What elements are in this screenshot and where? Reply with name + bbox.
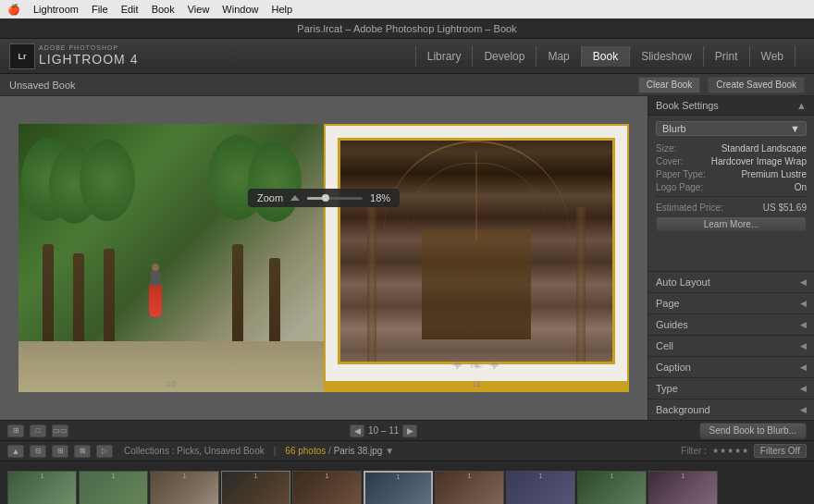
filter-label: Filter : [681,446,707,456]
page-section[interactable]: Page ◀ [648,292,814,313]
tab-book[interactable]: Book [582,46,630,67]
tree-area [18,124,324,392]
slideshow-btn[interactable]: ▷ [96,445,113,458]
panel-collapse-icon[interactable]: ▲ [796,100,807,111]
zoom-label: Zoom [257,192,283,203]
right-page-number: 11 [472,379,481,388]
caption-label: Caption [656,362,691,373]
book-area: Zoom 18% [0,96,648,420]
send-blurb-button[interactable]: Send Book to Blurb... [699,423,808,439]
thumbnail-small[interactable]: ⊟ [30,445,46,458]
auto-layout-section[interactable]: Auto Layout ◀ [648,271,814,292]
filmstrip-thumb-1[interactable]: 1 [79,471,148,505]
background-section[interactable]: Background ◀ [648,399,814,420]
filmstrip-thumb-9[interactable]: 1 [648,471,718,505]
left-page-number: 10 [166,379,176,388]
cell-label: Cell [656,340,673,351]
right-page[interactable]: 11 ✦ ❧ ✦ [324,124,629,392]
source-label: Collections : Picks, Unsaved Book [124,446,265,456]
page-ornament: ✦ ❧ ✦ [450,355,501,375]
tab-develop[interactable]: Develop [473,46,536,67]
page-next-button[interactable]: ▶ [402,424,417,437]
filters-off-button[interactable]: Filters Off [754,444,807,458]
menu-view[interactable]: View [188,4,210,15]
lr-icon: Lr [9,43,35,69]
background-label: Background [656,404,710,415]
tab-slideshow[interactable]: Slideshow [630,46,704,67]
spread-view-button[interactable]: ▭▭ [52,424,68,437]
guides-arrow: ◀ [800,320,807,329]
zoom-tooltip: Zoom 18% [248,189,400,207]
paper-value: Premium Lustre [741,169,807,179]
book-spread: 10 [18,124,629,392]
filmstrip-thumb-2[interactable]: 1 [150,471,219,505]
filmstrip: 1 1 1 1 1 1 1 1 1 1 [0,461,814,504]
apple-menu[interactable]: 🍎 [7,4,20,16]
caption-arrow: ◀ [800,363,807,372]
auto-layout-arrow: ◀ [800,277,807,287]
size-value: Standard Landscape [722,143,807,154]
type-section[interactable]: Type ◀ [648,377,814,399]
left-photo [18,124,324,392]
filmstrip-photos: 1 1 1 1 1 1 1 1 1 1 [0,461,814,505]
menu-file[interactable]: File [92,4,108,15]
sort-arrow[interactable]: ▼ [385,446,394,456]
woman-figure [147,262,164,317]
filmstrip-toggle[interactable]: ▲ [7,445,24,458]
cell-arrow: ◀ [800,341,807,350]
tab-map[interactable]: Map [536,46,581,67]
menu-lightroom[interactable]: Lightroom [33,4,79,15]
filmstrip-thumb-0[interactable]: 1 [7,471,77,505]
left-page[interactable]: 10 [18,124,324,392]
filmstrip-toolbar: ▲ ⊟ ⊞ ⊠ ▷ Collections : Picks, Unsaved B… [0,440,814,461]
tab-print[interactable]: Print [704,46,750,67]
tab-web[interactable]: Web [750,46,796,67]
thumbnail-grid[interactable]: ⊞ [52,445,68,458]
menu-edit[interactable]: Edit [121,4,139,15]
right-panel: Book Settings ▲ Blurb ▼ Size: Standard L… [648,96,814,420]
size-label: Size: [656,143,676,154]
caption-section[interactable]: Caption ◀ [648,356,814,377]
filmstrip-thumb-8[interactable]: 1 [577,471,647,505]
book-type-arrow: ▼ [790,123,800,134]
panel-title: Book Settings [656,100,719,111]
nav-tabs: Library Develop Map Book Slideshow Print… [415,46,796,67]
cover-row: Cover: Hardcover Image Wrap [656,156,807,166]
filmstrip-thumb-5-selected[interactable]: 1 [364,471,433,505]
filmstrip-thumb-7[interactable]: 1 [506,471,575,505]
sort-label[interactable]: Paris 38.jpg [334,446,383,456]
book-type-selector[interactable]: Blurb ▼ [656,121,807,136]
menu-book[interactable]: Book [152,4,175,15]
guides-label: Guides [656,319,688,330]
cell-section[interactable]: Cell ◀ [648,335,814,356]
menu-window[interactable]: Window [222,4,258,15]
guides-section[interactable]: Guides ◀ [648,313,814,335]
size-row: Size: Standard Landscape [656,143,807,154]
logo-value: On [795,182,807,192]
cover-label: Cover: [656,156,683,166]
single-view-button[interactable]: □ [30,424,46,437]
toolbar: Unsaved Book Clear Book Create Saved Boo… [0,74,814,96]
zoom-up-button[interactable] [290,195,300,201]
book-label: Unsaved Book [9,80,76,91]
tab-library[interactable]: Library [415,46,474,67]
thumbnail-compare[interactable]: ⊠ [74,445,91,458]
filmstrip-thumb-6[interactable]: 1 [435,471,504,505]
menu-help[interactable]: Help [271,4,292,15]
estimated-value: US $51.69 [763,203,807,213]
zoom-slider[interactable] [307,197,363,200]
filmstrip-thumb-3[interactable]: 1 [221,471,290,505]
star-filter[interactable]: ★★★★★ [712,447,748,455]
auto-layout-label: Auto Layout [656,277,710,288]
church-photo [340,141,612,362]
clear-book-button[interactable]: Clear Book [638,77,700,93]
background-arrow: ◀ [800,405,807,414]
learn-more-button[interactable]: Learn More... [656,216,807,232]
book-type-value: Blurb [662,123,686,134]
page-prev-button[interactable]: ◀ [350,424,364,437]
grid-view-button[interactable]: ⊞ [7,424,24,437]
app-header: Lr ADOBE PHOTOSHOP LIGHTROOM 4 Library D… [0,39,814,74]
filmstrip-thumb-4[interactable]: 1 [292,471,362,505]
logo-label: Logo Page: [656,182,703,192]
create-saved-book-button[interactable]: Create Saved Book [708,77,805,93]
